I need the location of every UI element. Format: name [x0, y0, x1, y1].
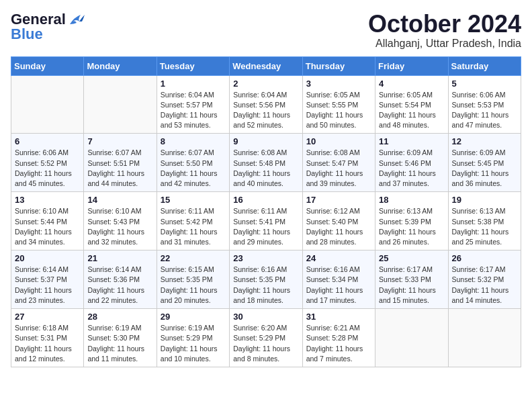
day-info: Sunrise: 6:08 AM Sunset: 5:47 PM Dayligh…	[306, 148, 371, 189]
day-info: Sunrise: 6:07 AM Sunset: 5:51 PM Dayligh…	[87, 148, 152, 189]
location: Allahganj, Uttar Pradesh, India	[368, 38, 521, 50]
calendar-cell: 26Sunrise: 6:17 AM Sunset: 5:32 PM Dayli…	[448, 250, 521, 309]
day-info: Sunrise: 6:17 AM Sunset: 5:33 PM Dayligh…	[379, 265, 444, 306]
calendar-cell: 4Sunrise: 6:05 AM Sunset: 5:54 PM Daylig…	[375, 75, 448, 134]
calendar-cell: 13Sunrise: 6:10 AM Sunset: 5:44 PM Dayli…	[11, 192, 84, 250]
day-number: 19	[452, 195, 517, 205]
day-number: 28	[87, 312, 152, 322]
calendar-cell: 24Sunrise: 6:16 AM Sunset: 5:34 PM Dayli…	[302, 250, 375, 309]
day-info: Sunrise: 6:13 AM Sunset: 5:38 PM Dayligh…	[452, 206, 517, 247]
day-number: 5	[452, 79, 517, 89]
day-number: 14	[87, 195, 152, 205]
calendar-cell: 31Sunrise: 6:21 AM Sunset: 5:28 PM Dayli…	[302, 309, 375, 367]
day-info: Sunrise: 6:05 AM Sunset: 5:54 PM Dayligh…	[379, 90, 444, 131]
day-number: 21	[87, 253, 152, 263]
day-info: Sunrise: 6:07 AM Sunset: 5:50 PM Dayligh…	[161, 148, 226, 189]
logo: General Blue	[11, 11, 86, 43]
calendar-cell: 6Sunrise: 6:06 AM Sunset: 5:52 PM Daylig…	[11, 134, 84, 192]
day-info: Sunrise: 6:11 AM Sunset: 5:41 PM Dayligh…	[233, 206, 298, 247]
day-number: 3	[306, 79, 371, 89]
day-info: Sunrise: 6:10 AM Sunset: 5:44 PM Dayligh…	[15, 206, 80, 247]
calendar-cell: 16Sunrise: 6:11 AM Sunset: 5:41 PM Dayli…	[230, 192, 302, 250]
day-info: Sunrise: 6:12 AM Sunset: 5:40 PM Dayligh…	[306, 206, 371, 247]
logo-bird-icon	[67, 12, 86, 27]
day-number: 7	[87, 136, 152, 146]
day-number: 6	[15, 136, 80, 146]
calendar-cell: 2Sunrise: 6:04 AM Sunset: 5:56 PM Daylig…	[230, 75, 302, 134]
calendar-cell: 30Sunrise: 6:20 AM Sunset: 5:29 PM Dayli…	[230, 309, 302, 367]
calendar-week-row: 20Sunrise: 6:14 AM Sunset: 5:37 PM Dayli…	[11, 250, 521, 309]
weekday-header-wednesday: Wednesday	[230, 56, 302, 75]
weekday-header-row: SundayMondayTuesdayWednesdayThursdayFrid…	[11, 56, 521, 75]
calendar-cell: 19Sunrise: 6:13 AM Sunset: 5:38 PM Dayli…	[448, 192, 521, 250]
day-info: Sunrise: 6:09 AM Sunset: 5:45 PM Dayligh…	[452, 148, 517, 189]
day-number: 13	[15, 195, 80, 205]
calendar-cell	[11, 75, 84, 134]
day-info: Sunrise: 6:10 AM Sunset: 5:43 PM Dayligh…	[87, 206, 152, 247]
day-info: Sunrise: 6:04 AM Sunset: 5:56 PM Dayligh…	[233, 90, 298, 131]
day-info: Sunrise: 6:16 AM Sunset: 5:35 PM Dayligh…	[233, 265, 298, 306]
calendar-cell: 25Sunrise: 6:17 AM Sunset: 5:33 PM Dayli…	[375, 250, 448, 309]
calendar-cell: 17Sunrise: 6:12 AM Sunset: 5:40 PM Dayli…	[302, 192, 375, 250]
day-number: 9	[233, 136, 298, 146]
day-info: Sunrise: 6:09 AM Sunset: 5:46 PM Dayligh…	[379, 148, 444, 189]
day-number: 24	[306, 253, 371, 263]
day-info: Sunrise: 6:19 AM Sunset: 5:30 PM Dayligh…	[87, 323, 152, 364]
calendar-cell: 28Sunrise: 6:19 AM Sunset: 5:30 PM Dayli…	[84, 309, 157, 367]
calendar-cell: 14Sunrise: 6:10 AM Sunset: 5:43 PM Dayli…	[84, 192, 157, 250]
day-number: 18	[379, 195, 444, 205]
page-header: General Blue October 2024 Allahganj, Utt…	[11, 11, 521, 50]
day-info: Sunrise: 6:14 AM Sunset: 5:36 PM Dayligh…	[87, 265, 152, 306]
day-number: 25	[379, 253, 444, 263]
day-number: 17	[306, 195, 371, 205]
day-number: 2	[233, 79, 298, 89]
day-number: 12	[452, 136, 517, 146]
day-number: 29	[161, 312, 226, 322]
day-info: Sunrise: 6:04 AM Sunset: 5:57 PM Dayligh…	[161, 90, 226, 131]
calendar-cell: 15Sunrise: 6:11 AM Sunset: 5:42 PM Dayli…	[157, 192, 229, 250]
day-number: 27	[15, 312, 80, 322]
day-info: Sunrise: 6:13 AM Sunset: 5:39 PM Dayligh…	[379, 206, 444, 247]
day-number: 30	[233, 312, 298, 322]
calendar-cell: 12Sunrise: 6:09 AM Sunset: 5:45 PM Dayli…	[448, 134, 521, 192]
day-info: Sunrise: 6:19 AM Sunset: 5:29 PM Dayligh…	[161, 323, 226, 364]
day-info: Sunrise: 6:06 AM Sunset: 5:53 PM Dayligh…	[452, 90, 517, 131]
calendar-cell: 1Sunrise: 6:04 AM Sunset: 5:57 PM Daylig…	[157, 75, 229, 134]
calendar-cell: 3Sunrise: 6:05 AM Sunset: 5:55 PM Daylig…	[302, 75, 375, 134]
calendar-cell	[375, 309, 448, 367]
logo-blue-text: Blue	[11, 26, 43, 43]
weekday-header-saturday: Saturday	[448, 56, 521, 75]
calendar-cell: 21Sunrise: 6:14 AM Sunset: 5:36 PM Dayli…	[84, 250, 157, 309]
calendar-cell: 8Sunrise: 6:07 AM Sunset: 5:50 PM Daylig…	[157, 134, 229, 192]
day-number: 31	[306, 312, 371, 322]
day-number: 4	[379, 79, 444, 89]
calendar-week-row: 27Sunrise: 6:18 AM Sunset: 5:31 PM Dayli…	[11, 309, 521, 367]
day-number: 15	[161, 195, 226, 205]
day-number: 22	[161, 253, 226, 263]
calendar-cell: 5Sunrise: 6:06 AM Sunset: 5:53 PM Daylig…	[448, 75, 521, 134]
day-info: Sunrise: 6:17 AM Sunset: 5:32 PM Dayligh…	[452, 265, 517, 306]
calendar-week-row: 6Sunrise: 6:06 AM Sunset: 5:52 PM Daylig…	[11, 134, 521, 192]
calendar-week-row: 13Sunrise: 6:10 AM Sunset: 5:44 PM Dayli…	[11, 192, 521, 250]
weekday-header-thursday: Thursday	[302, 56, 375, 75]
calendar-cell: 10Sunrise: 6:08 AM Sunset: 5:47 PM Dayli…	[302, 134, 375, 192]
day-info: Sunrise: 6:16 AM Sunset: 5:34 PM Dayligh…	[306, 265, 371, 306]
day-info: Sunrise: 6:11 AM Sunset: 5:42 PM Dayligh…	[161, 206, 226, 247]
calendar-cell: 29Sunrise: 6:19 AM Sunset: 5:29 PM Dayli…	[157, 309, 229, 367]
day-number: 10	[306, 136, 371, 146]
day-info: Sunrise: 6:18 AM Sunset: 5:31 PM Dayligh…	[15, 323, 80, 364]
weekday-header-sunday: Sunday	[11, 56, 84, 75]
calendar-cell: 20Sunrise: 6:14 AM Sunset: 5:37 PM Dayli…	[11, 250, 84, 309]
calendar-cell	[448, 309, 521, 367]
calendar-cell: 23Sunrise: 6:16 AM Sunset: 5:35 PM Dayli…	[230, 250, 302, 309]
calendar-cell: 22Sunrise: 6:15 AM Sunset: 5:35 PM Dayli…	[157, 250, 229, 309]
day-number: 1	[161, 79, 226, 89]
calendar-cell	[84, 75, 157, 134]
day-number: 11	[379, 136, 444, 146]
calendar-cell: 7Sunrise: 6:07 AM Sunset: 5:51 PM Daylig…	[84, 134, 157, 192]
day-number: 16	[233, 195, 298, 205]
calendar-cell: 9Sunrise: 6:08 AM Sunset: 5:48 PM Daylig…	[230, 134, 302, 192]
day-info: Sunrise: 6:15 AM Sunset: 5:35 PM Dayligh…	[161, 265, 226, 306]
weekday-header-tuesday: Tuesday	[157, 56, 229, 75]
calendar-cell: 11Sunrise: 6:09 AM Sunset: 5:46 PM Dayli…	[375, 134, 448, 192]
